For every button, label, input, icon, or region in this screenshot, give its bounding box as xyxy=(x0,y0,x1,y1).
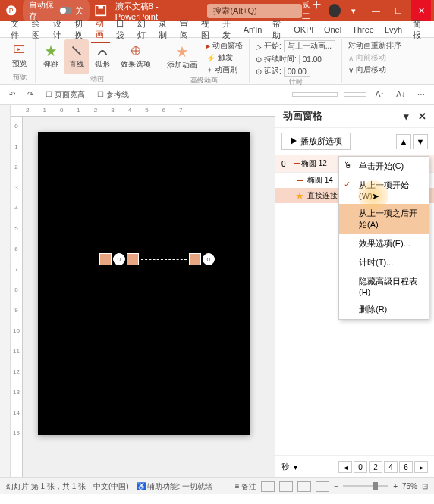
add-animation-button[interactable]: 添加动画 xyxy=(162,40,202,75)
tab-okpl[interactable]: OKPl xyxy=(289,23,318,36)
tab-file[interactable]: 文件 xyxy=(6,17,26,42)
tab-record[interactable]: 录制 xyxy=(154,17,174,42)
anim-painter-button[interactable]: ✦动画刷 xyxy=(203,64,246,76)
tl-prev-icon[interactable]: ◂ xyxy=(338,461,352,473)
tl-tick: 4 xyxy=(384,461,398,473)
move-down-icon[interactable]: ▼ xyxy=(413,134,428,149)
zoom-out-icon[interactable]: − xyxy=(334,482,338,490)
group-label-preview: 预览 xyxy=(13,73,27,83)
shape-circle-1[interactable]: ○ xyxy=(113,253,125,265)
thumbnail-gutter[interactable] xyxy=(0,105,11,477)
shape-rect-1[interactable] xyxy=(99,253,112,265)
trigger-button[interactable]: ⚡触发 xyxy=(203,52,246,64)
tab-slideshow[interactable]: 幻灯 xyxy=(133,17,153,42)
menu-delete[interactable]: 删除(R) xyxy=(339,300,429,319)
pane-header: 动画窗格 ▾ ✕ xyxy=(275,105,434,128)
effect-options-button[interactable]: 效果选项 xyxy=(116,39,156,74)
tab-three[interactable]: Three xyxy=(348,23,379,36)
tl-next-icon[interactable]: ▸ xyxy=(414,461,428,473)
anim-arc[interactable]: 弧形 xyxy=(90,39,115,74)
reading-view-icon[interactable] xyxy=(297,481,311,492)
tab-anin[interactable]: An'In xyxy=(239,23,267,36)
shape-circle-2[interactable]: ○ xyxy=(203,253,215,265)
preview-button[interactable]: 预览 xyxy=(8,39,32,73)
slide-canvas[interactable]: ○ ○ 右键效果选项 xyxy=(38,132,250,435)
search-placeholder: 搜索(Alt+Q) xyxy=(213,6,256,15)
ruler-vertical: 0123456789101112131415 xyxy=(11,117,23,477)
tab-developer[interactable]: 开发 xyxy=(218,17,237,42)
duration-input[interactable]: 01.00 xyxy=(299,55,326,64)
tl-tick: 0 xyxy=(354,461,367,473)
tab-draw[interactable]: 绘图 xyxy=(27,17,47,42)
preview-icon xyxy=(13,43,27,57)
anim-bounce[interactable]: 弹跳 xyxy=(39,39,63,74)
tab-transition[interactable]: 切换 xyxy=(70,17,90,42)
shape-group[interactable]: ○ ○ xyxy=(99,253,215,265)
menu-start-with-prev[interactable]: ✓从上一项开始(W) xyxy=(339,176,429,204)
move-forward-button[interactable]: ∧ 向前移动 xyxy=(345,52,404,64)
star-icon xyxy=(44,44,58,58)
pane-options-icon[interactable]: ▾ xyxy=(404,111,409,122)
move-backward-button[interactable]: ∨ 向后移动 xyxy=(345,64,404,76)
menu-start-on-click[interactable]: 🖱单击开始(C) xyxy=(339,157,429,176)
zoom-slider[interactable] xyxy=(343,485,388,487)
delay-input[interactable]: 00.00 xyxy=(284,67,310,77)
minimize-button[interactable]: — xyxy=(366,0,385,21)
menu-start-after-prev[interactable]: 从上一项之后开始(A) xyxy=(339,204,429,234)
menu-effect-options[interactable]: 效果选项(E)... xyxy=(339,234,429,253)
connector-line[interactable] xyxy=(141,259,187,260)
notes-button[interactable]: ≡ 备注 xyxy=(235,481,257,492)
svg-marker-5 xyxy=(17,48,20,51)
maximize-button[interactable]: ☐ xyxy=(388,0,408,21)
undo-button[interactable]: ↶ xyxy=(6,89,18,100)
zoom-in-icon[interactable]: + xyxy=(393,482,398,490)
decrease-font-icon[interactable]: A↓ xyxy=(393,89,408,100)
accessibility-status[interactable]: ♿ 辅助功能: 一切就绪 xyxy=(137,481,212,492)
svg-line-7 xyxy=(73,47,81,55)
font-size[interactable] xyxy=(344,92,366,97)
start-dropdown[interactable]: 与上一动画... xyxy=(284,40,335,52)
zoom-level[interactable]: 75% xyxy=(402,482,417,490)
page-zoom-check[interactable]: ☐ 页面宽高 xyxy=(42,88,88,102)
text-format-icon[interactable]: ⋯ xyxy=(414,89,428,100)
guides-check[interactable]: ☐ 参考线 xyxy=(94,88,132,102)
slideshow-view-icon[interactable] xyxy=(316,481,329,492)
svg-rect-3 xyxy=(99,5,104,8)
font-combo[interactable] xyxy=(292,92,338,97)
tab-design[interactable]: 设计 xyxy=(49,17,68,42)
tab-brief[interactable]: 简报 xyxy=(408,17,428,42)
start-row: ▷ 开始: 与上一动画... xyxy=(253,39,338,53)
toggle-icon xyxy=(59,7,72,14)
sorter-view-icon[interactable] xyxy=(279,481,293,492)
tab-pocket[interactable]: 口袋 xyxy=(112,17,131,42)
normal-view-icon[interactable] xyxy=(261,481,275,492)
group-label-animation: 动画 xyxy=(90,74,104,84)
language-indicator[interactable]: 中文(中国) xyxy=(93,481,129,492)
tab-review[interactable]: 审阅 xyxy=(175,17,195,42)
ribbon-options-icon[interactable]: ▾ xyxy=(344,0,363,21)
redo-button[interactable]: ↷ xyxy=(24,89,36,100)
seconds-label: 秒 xyxy=(281,462,289,472)
avatar[interactable] xyxy=(329,4,341,17)
pane-close-icon[interactable]: ✕ xyxy=(418,111,426,122)
duration-row: ⊙ 持续时间: 01.00 xyxy=(253,53,338,65)
anim-line[interactable]: 直线 xyxy=(64,39,89,74)
shape-rect-3[interactable] xyxy=(189,253,201,265)
move-up-icon[interactable]: ▲ xyxy=(396,134,411,149)
tab-view[interactable]: 视图 xyxy=(197,17,216,42)
group-label-timing: 计时 xyxy=(289,77,303,87)
anim-pane-button[interactable]: ▸动画窗格 xyxy=(203,39,246,52)
reorder-label: 对动画重新排序 xyxy=(345,39,404,52)
quick-toolbar: ↶ ↷ ☐ 页面宽高 ☐ 参考线 A↑ A↓ ⋯ xyxy=(0,85,434,105)
increase-font-icon[interactable]: A↑ xyxy=(373,89,388,100)
menu-timing[interactable]: 计时(T)... xyxy=(339,253,429,272)
ribbon-tabs: 文件 绘图 设计 切换 动画 口袋 幻灯 录制 审阅 视图 开发 An'In 帮… xyxy=(0,21,434,38)
add-star-icon xyxy=(175,45,189,58)
menu-hide-timeline[interactable]: 隐藏高级日程表(H) xyxy=(339,272,429,300)
play-selection-button[interactable]: ▶ 播放所选项 xyxy=(281,133,351,150)
fit-window-icon[interactable]: ⊡ xyxy=(422,482,428,490)
tab-lvyh[interactable]: Lvyh xyxy=(380,23,407,36)
tab-onel[interactable]: Onel xyxy=(319,23,346,36)
shape-rect-2[interactable] xyxy=(127,253,139,265)
tab-help[interactable]: 帮助 xyxy=(268,17,288,42)
